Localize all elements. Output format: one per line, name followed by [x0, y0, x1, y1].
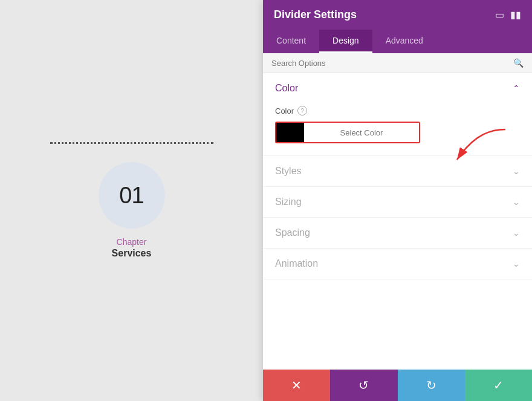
section-animation: Animation ⌄	[263, 249, 532, 279]
section-spacing-header[interactable]: Spacing ⌄	[263, 218, 532, 248]
chevron-down-icon-animation: ⌄	[513, 259, 520, 269]
chevron-up-icon: ⌃	[513, 83, 520, 93]
help-icon[interactable]: ?	[297, 106, 307, 116]
undo-button[interactable]: ↺	[330, 370, 397, 401]
save-button[interactable]: ✓	[465, 370, 532, 401]
search-input[interactable]	[271, 59, 513, 68]
section-animation-title: Animation	[275, 258, 318, 269]
panel-header-icons: ▭ ▮▮	[495, 9, 521, 21]
chevron-down-icon-spacing: ⌄	[513, 228, 520, 238]
color-field-row: Color ?	[275, 106, 520, 116]
section-styles: Styles ⌄	[263, 156, 532, 187]
chevron-down-icon-sizing: ⌄	[513, 197, 520, 207]
section-color-content: Color ? Select Color	[263, 103, 532, 155]
chapter-label: Chapter	[117, 237, 147, 247]
chapter-title: Services	[112, 248, 152, 259]
chapter-number: 01	[119, 183, 143, 209]
chapter-number-circle: 01	[99, 162, 165, 229]
section-sizing-header[interactable]: Sizing ⌄	[263, 187, 532, 217]
section-color: Color ⌃ Color ? Select Color	[263, 73, 532, 156]
delete-button[interactable]: ✕	[263, 370, 330, 401]
color-swatch	[276, 122, 304, 143]
section-sizing-title: Sizing	[275, 197, 302, 207]
panel-content: Color ⌃ Color ? Select Color	[263, 73, 532, 370]
section-color-title: Color	[275, 83, 298, 94]
panel-header: Divider Settings ▭ ▮▮	[263, 0, 532, 30]
tab-advanced[interactable]: Advanced	[372, 30, 436, 53]
search-icon: 🔍	[513, 58, 524, 68]
section-styles-title: Styles	[275, 166, 302, 177]
search-bar: 🔍	[263, 53, 532, 73]
color-button-label: Select Color	[304, 128, 419, 137]
section-spacing: Spacing ⌄	[263, 218, 532, 249]
redo-button[interactable]: ↻	[398, 370, 465, 401]
expand-icon[interactable]: ▭	[495, 9, 504, 21]
color-field-label: Color	[275, 106, 294, 116]
preview-area: 01 Chapter Services	[0, 0, 263, 401]
color-picker-button[interactable]: Select Color	[275, 122, 420, 143]
settings-panel: Divider Settings ▭ ▮▮ Content Design Adv…	[263, 0, 532, 401]
section-spacing-title: Spacing	[275, 227, 310, 238]
tabs-bar: Content Design Advanced	[263, 30, 532, 53]
section-styles-header[interactable]: Styles ⌄	[263, 156, 532, 186]
section-color-header[interactable]: Color ⌃	[263, 73, 532, 103]
panel-title: Divider Settings	[274, 8, 357, 21]
tab-content[interactable]: Content	[263, 30, 319, 53]
divider-line	[50, 142, 213, 144]
columns-icon[interactable]: ▮▮	[510, 9, 521, 21]
chevron-down-icon: ⌄	[513, 166, 520, 176]
section-sizing: Sizing ⌄	[263, 187, 532, 218]
panel-footer: ✕ ↺ ↻ ✓	[263, 370, 532, 401]
section-animation-header[interactable]: Animation ⌄	[263, 249, 532, 279]
color-row-wrapper: Select Color	[275, 122, 520, 143]
tab-design[interactable]: Design	[319, 30, 372, 53]
